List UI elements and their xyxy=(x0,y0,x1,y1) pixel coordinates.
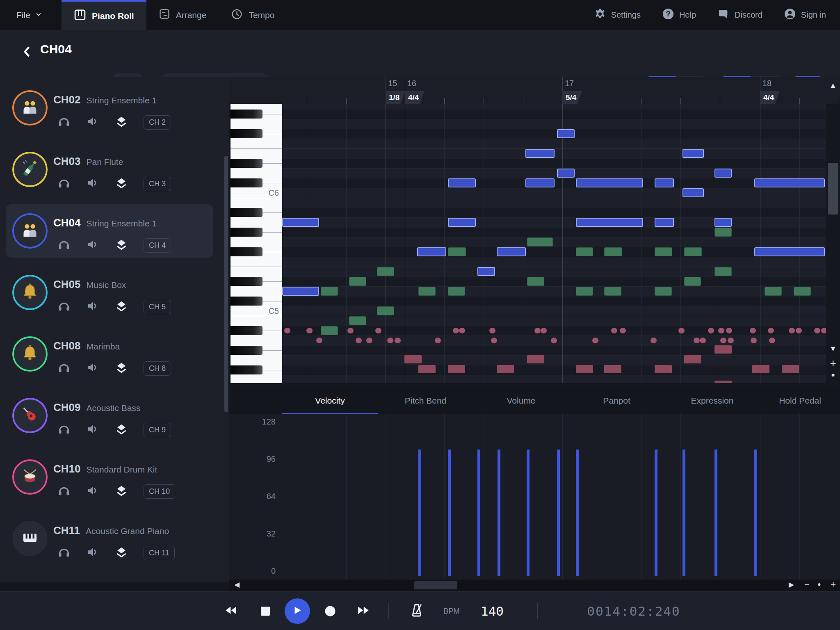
drum-note[interactable] xyxy=(459,328,465,333)
velocity-bar[interactable] xyxy=(448,450,451,576)
midi-note-ghost[interactable] xyxy=(684,277,701,286)
midi-note-selected-track[interactable] xyxy=(497,247,526,256)
zoom-in-horizontal-button[interactable]: + xyxy=(831,579,836,590)
midi-note-selected-track[interactable] xyxy=(754,178,825,187)
drum-note[interactable] xyxy=(604,365,621,373)
control-tab-velocity[interactable]: Velocity xyxy=(282,387,378,414)
drum-note[interactable] xyxy=(718,328,724,333)
velocity-pane[interactable]: 1289664320 xyxy=(229,414,840,580)
midi-note-selected-track[interactable] xyxy=(576,218,643,227)
channel-badge[interactable]: CH 8 xyxy=(144,361,171,376)
horizontal-scrollbar[interactable]: ◀ ▶ − ● + xyxy=(229,580,840,591)
scroll-down-icon[interactable]: ▼ xyxy=(826,345,840,353)
midi-note-ghost[interactable] xyxy=(527,237,553,247)
channel-badge[interactable]: CH 2 xyxy=(144,115,171,130)
drum-note[interactable] xyxy=(678,328,685,333)
drum-note[interactable] xyxy=(651,338,657,343)
track-avatar[interactable] xyxy=(12,521,48,556)
headphones-icon[interactable] xyxy=(57,299,71,314)
record-button[interactable] xyxy=(325,606,336,616)
vertical-scrollbar-thumb[interactable] xyxy=(828,163,838,215)
track-list-scrollbar[interactable] xyxy=(224,156,228,412)
drum-note[interactable] xyxy=(356,338,362,343)
note-grid[interactable] xyxy=(282,104,826,383)
nav-discord[interactable]: Discord xyxy=(717,8,762,22)
drum-note[interactable] xyxy=(814,328,820,333)
headphones-icon[interactable] xyxy=(57,422,71,437)
drum-note[interactable] xyxy=(714,381,732,383)
layers-icon[interactable] xyxy=(115,361,128,376)
black-key[interactable] xyxy=(231,129,262,138)
time-signature-badge[interactable]: 4/4 xyxy=(405,91,425,104)
rewind-button[interactable] xyxy=(224,604,238,618)
black-key[interactable] xyxy=(231,326,262,335)
midi-note-selected-track[interactable] xyxy=(525,178,555,187)
drum-note[interactable] xyxy=(752,365,769,373)
midi-note-selected-track[interactable] xyxy=(557,169,575,178)
midi-note-selected-track[interactable] xyxy=(557,129,575,138)
layers-icon[interactable] xyxy=(115,238,128,253)
black-key[interactable] xyxy=(231,159,262,168)
drum-note[interactable] xyxy=(821,328,826,333)
midi-note-selected-track[interactable] xyxy=(282,218,319,227)
midi-note-ghost[interactable] xyxy=(655,287,672,296)
layers-icon[interactable] xyxy=(115,546,128,560)
drum-note[interactable] xyxy=(769,338,775,343)
midi-note-selected-track[interactable] xyxy=(754,247,825,256)
control-tab-expression[interactable]: Expression xyxy=(664,387,760,414)
layers-icon[interactable] xyxy=(115,484,128,499)
time-signature-badge[interactable]: 4/4 xyxy=(760,91,780,104)
nav-help[interactable]: ?Help xyxy=(662,8,696,22)
bpm-value[interactable]: 140 xyxy=(481,604,504,619)
midi-note-ghost[interactable] xyxy=(321,326,338,335)
track-row-ch09[interactable]: CH09Acoustic BassCH 9 xyxy=(0,385,229,446)
drum-note[interactable] xyxy=(491,338,497,343)
midi-note-ghost[interactable] xyxy=(321,287,338,296)
midi-note-ghost[interactable] xyxy=(765,287,782,296)
velocity-bar[interactable] xyxy=(576,450,579,576)
drum-note[interactable] xyxy=(527,355,544,363)
control-tab-hold-pedal[interactable]: Hold Pedal xyxy=(760,387,840,414)
midi-note-selected-track[interactable] xyxy=(655,218,674,227)
velocity-bar[interactable] xyxy=(557,450,560,576)
velocity-bar[interactable] xyxy=(714,450,717,576)
black-key[interactable] xyxy=(231,277,262,286)
velocity-bar[interactable] xyxy=(682,450,685,576)
drum-note[interactable] xyxy=(611,328,617,333)
track-row-ch03[interactable]: CH03Pan FluteCH 3 xyxy=(0,139,229,200)
drum-note[interactable] xyxy=(720,338,726,343)
track-avatar[interactable] xyxy=(12,213,48,249)
speaker-icon[interactable] xyxy=(86,176,99,191)
drum-note[interactable] xyxy=(541,328,547,333)
scroll-right-icon[interactable]: ▶ xyxy=(789,580,794,589)
velocity-bar[interactable] xyxy=(477,450,480,576)
layers-icon[interactable] xyxy=(115,115,128,130)
drum-note[interactable] xyxy=(694,338,700,343)
zoom-out-horizontal-button[interactable]: − xyxy=(804,579,810,590)
drum-note[interactable] xyxy=(700,338,706,343)
velocity-bar[interactable] xyxy=(754,450,757,576)
track-row-ch02[interactable]: CH02String Ensemble 1CH 2 xyxy=(0,77,229,139)
midi-note-selected-track[interactable] xyxy=(477,267,495,276)
black-key[interactable] xyxy=(231,208,262,217)
track-avatar[interactable] xyxy=(12,275,48,310)
midi-note-selected-track[interactable] xyxy=(525,149,555,158)
speaker-icon[interactable] xyxy=(86,484,99,499)
black-key[interactable] xyxy=(231,346,262,355)
drum-note[interactable] xyxy=(751,338,757,343)
piano-keyboard[interactable]: C6C5 xyxy=(231,104,282,383)
zoom-in-vertical-button[interactable]: + xyxy=(826,357,840,370)
track-avatar[interactable] xyxy=(12,398,48,433)
time-signature-badge[interactable]: 1/8 xyxy=(386,91,405,104)
midi-note-ghost[interactable] xyxy=(448,287,465,296)
drum-note[interactable] xyxy=(387,338,393,343)
zoom-reset-horizontal-button[interactable]: ● xyxy=(817,581,821,587)
zoom-reset-vertical-button[interactable]: ● xyxy=(826,371,840,379)
midi-note-ghost[interactable] xyxy=(349,316,366,325)
drum-note[interactable] xyxy=(768,328,774,333)
midi-note-selected-track[interactable] xyxy=(682,188,704,197)
drum-note[interactable] xyxy=(782,365,799,373)
velocity-bar[interactable] xyxy=(527,450,530,576)
channel-badge[interactable]: CH 5 xyxy=(144,300,171,314)
channel-badge[interactable]: CH 10 xyxy=(144,484,175,499)
